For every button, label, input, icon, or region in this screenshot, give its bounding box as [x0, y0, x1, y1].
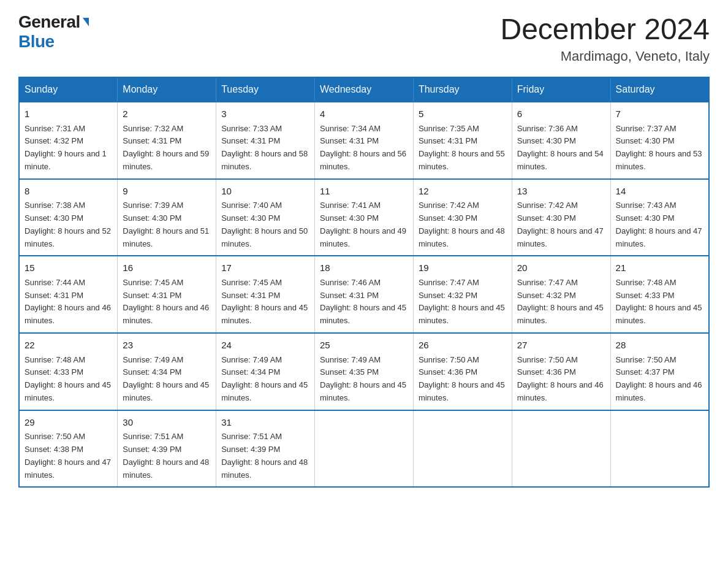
day-info: Sunrise: 7:47 AMSunset: 4:32 PMDaylight:…: [419, 278, 505, 325]
day-number: 2: [123, 107, 211, 121]
logo-blue-text: Blue: [18, 32, 55, 52]
day-number: 22: [25, 339, 112, 353]
calendar-cell: 29 Sunrise: 7:50 AMSunset: 4:38 PMDaylig…: [19, 410, 118, 488]
calendar-cell: 10 Sunrise: 7:40 AMSunset: 4:30 PMDaylig…: [216, 179, 315, 256]
day-info: Sunrise: 7:40 AMSunset: 4:30 PMDaylight:…: [221, 201, 308, 248]
calendar-cell: [610, 410, 709, 488]
day-info: Sunrise: 7:31 AMSunset: 4:32 PMDaylight:…: [25, 124, 107, 171]
day-info: Sunrise: 7:50 AMSunset: 4:36 PMDaylight:…: [419, 355, 505, 402]
column-header-saturday: Saturday: [610, 77, 709, 102]
day-number: 18: [320, 261, 408, 275]
day-number: 13: [517, 185, 605, 199]
calendar-cell: 20 Sunrise: 7:47 AMSunset: 4:32 PMDaylig…: [512, 256, 610, 333]
day-info: Sunrise: 7:47 AMSunset: 4:32 PMDaylight:…: [517, 278, 604, 325]
logo: General Blue: [18, 12, 89, 52]
calendar-cell: 22 Sunrise: 7:48 AMSunset: 4:33 PMDaylig…: [19, 333, 118, 410]
day-info: Sunrise: 7:50 AMSunset: 4:36 PMDaylight:…: [517, 355, 604, 402]
calendar-cell: 12 Sunrise: 7:42 AMSunset: 4:30 PMDaylig…: [413, 179, 512, 256]
day-number: 26: [419, 339, 507, 353]
day-info: Sunrise: 7:42 AMSunset: 4:30 PMDaylight:…: [419, 201, 505, 248]
day-number: 4: [320, 107, 408, 121]
day-info: Sunrise: 7:37 AMSunset: 4:30 PMDaylight:…: [616, 124, 702, 171]
day-info: Sunrise: 7:44 AMSunset: 4:31 PMDaylight:…: [25, 278, 111, 325]
calendar-cell: 1 Sunrise: 7:31 AMSunset: 4:32 PMDayligh…: [19, 102, 118, 179]
column-header-friday: Friday: [512, 77, 610, 102]
calendar-table: SundayMondayTuesdayWednesdayThursdayFrid…: [18, 77, 710, 488]
calendar-cell: 3 Sunrise: 7:33 AMSunset: 4:31 PMDayligh…: [216, 102, 315, 179]
day-info: Sunrise: 7:45 AMSunset: 4:31 PMDaylight:…: [221, 278, 308, 325]
day-number: 8: [25, 185, 112, 199]
column-header-monday: Monday: [118, 77, 216, 102]
calendar-cell: [512, 410, 610, 488]
day-number: 7: [616, 107, 703, 121]
calendar-week-row: 1 Sunrise: 7:31 AMSunset: 4:32 PMDayligh…: [19, 102, 709, 179]
logo-arrow-icon: [83, 18, 89, 26]
calendar-cell: 26 Sunrise: 7:50 AMSunset: 4:36 PMDaylig…: [413, 333, 512, 410]
calendar-cell: 8 Sunrise: 7:38 AMSunset: 4:30 PMDayligh…: [19, 179, 118, 256]
day-number: 17: [221, 261, 309, 275]
day-info: Sunrise: 7:49 AMSunset: 4:34 PMDaylight:…: [123, 355, 209, 402]
calendar-cell: [413, 410, 512, 488]
calendar-cell: 31 Sunrise: 7:51 AMSunset: 4:39 PMDaylig…: [216, 410, 315, 488]
day-number: 11: [320, 185, 408, 199]
calendar-cell: 23 Sunrise: 7:49 AMSunset: 4:34 PMDaylig…: [118, 333, 216, 410]
calendar-cell: 28 Sunrise: 7:50 AMSunset: 4:37 PMDaylig…: [610, 333, 709, 410]
calendar-title: December 2024: [500, 12, 710, 46]
calendar-cell: 24 Sunrise: 7:49 AMSunset: 4:34 PMDaylig…: [216, 333, 315, 410]
day-number: 9: [123, 185, 211, 199]
calendar-week-row: 15 Sunrise: 7:44 AMSunset: 4:31 PMDaylig…: [19, 256, 709, 333]
day-number: 20: [517, 261, 605, 275]
day-info: Sunrise: 7:39 AMSunset: 4:30 PMDaylight:…: [123, 201, 209, 248]
day-number: 15: [25, 261, 112, 275]
calendar-week-row: 8 Sunrise: 7:38 AMSunset: 4:30 PMDayligh…: [19, 179, 709, 256]
day-number: 28: [616, 339, 703, 353]
day-info: Sunrise: 7:43 AMSunset: 4:30 PMDaylight:…: [616, 201, 702, 248]
day-info: Sunrise: 7:49 AMSunset: 4:35 PMDaylight:…: [320, 355, 406, 402]
day-number: 29: [25, 416, 112, 430]
day-info: Sunrise: 7:51 AMSunset: 4:39 PMDaylight:…: [221, 432, 308, 479]
day-number: 21: [616, 261, 703, 275]
calendar-cell: 25 Sunrise: 7:49 AMSunset: 4:35 PMDaylig…: [315, 333, 414, 410]
day-info: Sunrise: 7:45 AMSunset: 4:31 PMDaylight:…: [123, 278, 209, 325]
calendar-cell: 15 Sunrise: 7:44 AMSunset: 4:31 PMDaylig…: [19, 256, 118, 333]
column-header-thursday: Thursday: [413, 77, 512, 102]
day-number: 19: [419, 261, 507, 275]
day-number: 30: [123, 416, 211, 430]
calendar-week-row: 29 Sunrise: 7:50 AMSunset: 4:38 PMDaylig…: [19, 410, 709, 488]
calendar-week-row: 22 Sunrise: 7:48 AMSunset: 4:33 PMDaylig…: [19, 333, 709, 410]
day-info: Sunrise: 7:38 AMSunset: 4:30 PMDaylight:…: [25, 201, 111, 248]
calendar-subtitle: Mardimago, Veneto, Italy: [500, 48, 710, 64]
day-info: Sunrise: 7:42 AMSunset: 4:30 PMDaylight:…: [517, 201, 604, 248]
calendar-cell: 9 Sunrise: 7:39 AMSunset: 4:30 PMDayligh…: [118, 179, 216, 256]
calendar-cell: 16 Sunrise: 7:45 AMSunset: 4:31 PMDaylig…: [118, 256, 216, 333]
day-number: 24: [221, 339, 309, 353]
calendar-cell: 17 Sunrise: 7:45 AMSunset: 4:31 PMDaylig…: [216, 256, 315, 333]
day-number: 16: [123, 261, 211, 275]
calendar-cell: 30 Sunrise: 7:51 AMSunset: 4:39 PMDaylig…: [118, 410, 216, 488]
calendar-cell: 27 Sunrise: 7:50 AMSunset: 4:36 PMDaylig…: [512, 333, 610, 410]
logo-general-text: General: [18, 12, 80, 32]
calendar-cell: 7 Sunrise: 7:37 AMSunset: 4:30 PMDayligh…: [610, 102, 709, 179]
title-block: December 2024 Mardimago, Veneto, Italy: [500, 12, 710, 64]
day-number: 10: [221, 185, 309, 199]
calendar-cell: 19 Sunrise: 7:47 AMSunset: 4:32 PMDaylig…: [413, 256, 512, 333]
day-number: 6: [517, 107, 605, 121]
day-info: Sunrise: 7:34 AMSunset: 4:31 PMDaylight:…: [320, 124, 406, 171]
calendar-cell: 6 Sunrise: 7:36 AMSunset: 4:30 PMDayligh…: [512, 102, 610, 179]
calendar-cell: [315, 410, 414, 488]
calendar-cell: 5 Sunrise: 7:35 AMSunset: 4:31 PMDayligh…: [413, 102, 512, 179]
day-number: 5: [419, 107, 507, 121]
column-header-tuesday: Tuesday: [216, 77, 315, 102]
day-number: 12: [419, 185, 507, 199]
calendar-cell: 2 Sunrise: 7:32 AMSunset: 4:31 PMDayligh…: [118, 102, 216, 179]
day-number: 31: [221, 416, 309, 430]
calendar-cell: 11 Sunrise: 7:41 AMSunset: 4:30 PMDaylig…: [315, 179, 414, 256]
calendar-cell: 4 Sunrise: 7:34 AMSunset: 4:31 PMDayligh…: [315, 102, 414, 179]
day-number: 14: [616, 185, 703, 199]
day-info: Sunrise: 7:51 AMSunset: 4:39 PMDaylight:…: [123, 432, 209, 479]
day-info: Sunrise: 7:33 AMSunset: 4:31 PMDaylight:…: [221, 124, 308, 171]
day-info: Sunrise: 7:50 AMSunset: 4:38 PMDaylight:…: [25, 432, 111, 479]
day-number: 23: [123, 339, 211, 353]
day-info: Sunrise: 7:41 AMSunset: 4:30 PMDaylight:…: [320, 201, 406, 248]
day-info: Sunrise: 7:50 AMSunset: 4:37 PMDaylight:…: [616, 355, 702, 402]
